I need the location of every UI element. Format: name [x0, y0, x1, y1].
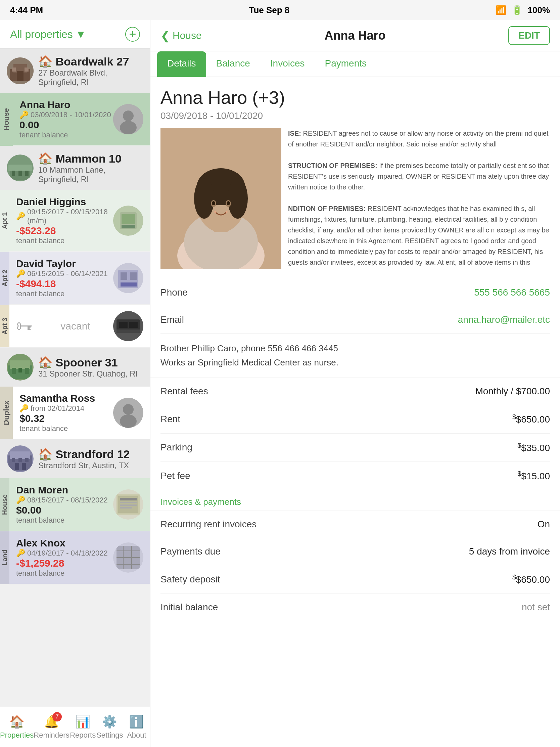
- properties-list: 🏠 Boardwalk 27 27 Boardwalk Blvd, Spring…: [0, 49, 150, 707]
- back-button[interactable]: ❮ House: [160, 29, 202, 42]
- tenant-balance-samantha: $0.32: [20, 413, 113, 424]
- tenant-thumb-samantha: [113, 398, 143, 428]
- rent-row: Rent $$650.00: [160, 405, 550, 433]
- all-properties-title[interactable]: All properties ▼: [10, 28, 86, 41]
- nav-properties[interactable]: 🏠 Properties: [0, 707, 33, 747]
- svg-rect-27: [129, 322, 138, 328]
- tab-details[interactable]: Details: [157, 51, 206, 77]
- bottom-nav: 🏠 Properties 🔔 7 Reminders 📊 Reports ⚙️ …: [0, 707, 150, 747]
- edit-button[interactable]: EDIT: [508, 26, 550, 45]
- property-address-boardwalk27: 27 Boardwalk Blvd, Springfield, RI: [38, 68, 143, 87]
- payments-due-value: 5 days from invoice: [469, 546, 550, 557]
- svg-rect-13: [19, 171, 22, 176]
- tenant-row-anna-haro[interactable]: Anna Haro 🔑 03/09/2018 - 10/01/2020 0.00…: [13, 93, 150, 146]
- property-info-boardwalk27: 🏠 Boardwalk 27 27 Boardwalk Blvd, Spring…: [38, 55, 143, 87]
- nav-about[interactable]: ℹ️ About: [123, 707, 150, 747]
- svg-rect-43: [25, 458, 29, 462]
- tenant-dates-alex: 🔑 04/19/2017 - 04/18/2022: [16, 549, 113, 558]
- add-property-button[interactable]: +: [125, 27, 140, 42]
- tenant-name-david: David Taylor: [16, 258, 113, 269]
- property-header-spooner31[interactable]: 🏠 Spooner 31 31 Spooner Str, Quahog, RI: [0, 347, 150, 387]
- tenant-dates-david: 🔑 06/15/2015 - 06/14/2021: [16, 269, 113, 278]
- svg-point-72: [214, 211, 216, 213]
- tenant-balance-alex: -$1,259.28: [16, 558, 113, 569]
- svg-point-66: [194, 178, 214, 218]
- svg-rect-50: [120, 502, 137, 503]
- rental-fees-label: Rental fees: [160, 386, 208, 397]
- tenant-thumb-vacant: [113, 311, 143, 341]
- email-value: anna.haro@mailer.etc: [458, 314, 550, 325]
- property-header-boardwalk27[interactable]: 🏠 Boardwalk 27 27 Boardwalk Blvd, Spring…: [0, 49, 150, 93]
- svg-rect-5: [25, 68, 29, 72]
- boardwalk27-tenants: House Anna Haro 🔑 03/09/2018 - 10/01/202…: [0, 93, 150, 146]
- safety-deposit-label: Safety deposit: [160, 574, 220, 585]
- land-row-alex: Land Alex Knox 🔑 04/19/2017 - 04/18/2022…: [0, 531, 150, 585]
- nav-reports[interactable]: 📊 Reports: [70, 707, 96, 747]
- tenant-balance-david: -$494.18: [16, 278, 113, 289]
- battery-icon: 🔋: [512, 5, 523, 16]
- svg-rect-45: [22, 463, 26, 470]
- left-panel: All properties ▼ + 🏠 Boardwalk 27: [0, 20, 150, 747]
- tenant-row-dan[interactable]: Dan Moren 🔑 08/15/2017 - 08/15/2022 $0.0…: [9, 478, 150, 531]
- parking-value: $$35.00: [517, 442, 550, 454]
- tenant-name-alex: Alex Knox: [16, 537, 113, 549]
- svg-point-37: [120, 414, 137, 428]
- back-arrow-icon: ❮: [160, 29, 170, 42]
- tenant-dates-daniel: 🔑 09/15/2017 - 09/15/2018 (m/m): [16, 208, 113, 225]
- phone-label: Phone: [160, 287, 188, 298]
- dropdown-icon: ▼: [76, 28, 86, 41]
- tenant-row-alex[interactable]: Alex Knox 🔑 04/19/2017 - 04/18/2022 -$1,…: [9, 531, 150, 584]
- tenant-dates-samantha: 🔑 from 02/01/2014: [20, 404, 113, 413]
- payments-due-row: Payments due 5 days from invoice: [160, 538, 550, 565]
- tenant-row-vacant[interactable]: 🗝 vacant: [9, 305, 150, 347]
- property-thumbnail-boardwalk27: [7, 57, 33, 84]
- nav-settings[interactable]: ⚙️ Settings: [96, 707, 123, 747]
- apt3-label: Apt 3: [0, 305, 9, 347]
- svg-rect-34: [25, 368, 29, 374]
- tenant-name-anna: Anna Haro: [20, 99, 113, 110]
- property-name-spooner31: 🏠 Spooner 31: [38, 356, 143, 369]
- right-content: Anna Haro (+3) 03/09/2018 - 10/01/2020: [151, 77, 560, 747]
- svg-rect-49: [120, 498, 137, 500]
- email-row: Email anna.haro@mailer.etc: [160, 306, 550, 334]
- tenant-row-daniel[interactable]: Daniel Higgins 🔑 09/15/2017 - 09/15/2018…: [9, 190, 150, 252]
- tab-invoices[interactable]: Invoices: [260, 51, 315, 77]
- property-address-mammon10: 10 Mammon Lane, Springfield, RI: [38, 165, 143, 184]
- tenant-info-samantha: Samantha Ross 🔑 from 02/01/2014 $0.32 te…: [20, 393, 113, 433]
- house-icon4: 🏠: [38, 448, 52, 461]
- tenant-row-samantha[interactable]: Samantha Ross 🔑 from 02/01/2014 $0.32 te…: [13, 387, 150, 439]
- property-header-mammon10[interactable]: 🏠 Mammon 10 10 Mammon Lane, Springfield,…: [0, 146, 150, 190]
- tenant-info-anna: Anna Haro 🔑 03/09/2018 - 10/01/2020 0.00…: [20, 99, 113, 139]
- svg-point-71: [226, 201, 230, 205]
- tab-balance[interactable]: Balance: [206, 51, 260, 77]
- all-properties-label: All properties: [10, 28, 73, 41]
- pet-fee-row: Pet fee $$15.00: [160, 462, 550, 490]
- tenant-balance-anna: 0.00: [20, 119, 113, 131]
- status-bar: 4:44 PM Tue Sep 8 📶 🔋 100%: [0, 0, 560, 20]
- back-label: House: [172, 30, 202, 41]
- property-info-mammon10: 🏠 Mammon 10 10 Mammon Lane, Springfield,…: [38, 152, 143, 184]
- property-spooner31: 🏠 Spooner 31 31 Spooner Str, Quahog, RI …: [0, 347, 150, 439]
- key-icon-alex: 🔑: [16, 549, 25, 558]
- house-side-label: House: [0, 93, 13, 146]
- reminders-icon-wrapper: 🔔 7: [44, 715, 59, 729]
- svg-rect-51: [120, 505, 137, 506]
- svg-rect-11: [8, 164, 32, 171]
- tenant-dates-anna: 🔑 03/09/2018 - 10/01/2020: [20, 110, 113, 119]
- svg-rect-4: [12, 68, 16, 72]
- tenant-photo: [160, 128, 281, 269]
- property-header-strandford12[interactable]: 🏠 Strandford 12 Strandford Str, Austin, …: [0, 439, 150, 478]
- svg-rect-3: [17, 71, 24, 81]
- tenant-row-david[interactable]: David Taylor 🔑 06/15/2015 - 06/14/2021 -…: [9, 252, 150, 305]
- property-info-spooner31: 🏠 Spooner 31 31 Spooner Str, Quahog, RI: [38, 356, 143, 379]
- tab-payments[interactable]: Payments: [315, 51, 377, 77]
- property-thumbnail-strandford12: [7, 445, 33, 472]
- property-name-strandford12: 🏠 Strandford 12: [38, 447, 143, 461]
- tabs: Details Balance Invoices Payments: [151, 51, 560, 77]
- nav-reminders[interactable]: 🔔 7 Reminders: [33, 707, 69, 747]
- nav-reminders-label: Reminders: [33, 731, 69, 740]
- house-icon: 🏠: [38, 55, 52, 68]
- initial-balance-label: Initial balance: [160, 602, 218, 613]
- tenant-thumb-anna: [113, 104, 143, 134]
- email-label: Email: [160, 314, 184, 325]
